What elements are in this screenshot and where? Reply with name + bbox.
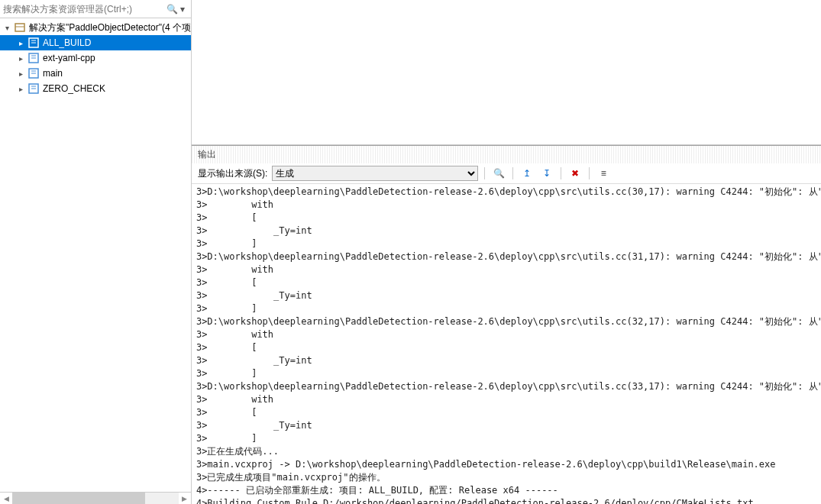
toolbar-separator xyxy=(561,167,561,179)
search-input[interactable] xyxy=(3,4,166,15)
project-icon xyxy=(27,67,40,79)
scroll-thumb[interactable] xyxy=(12,493,145,505)
output-from-label: 显示输出来源(S): xyxy=(198,167,267,180)
project-icon xyxy=(27,82,40,95)
chevron-right-icon[interactable]: ▸ xyxy=(17,69,24,78)
project-label: ZERO_CHECK xyxy=(43,83,105,94)
toolbar-separator xyxy=(512,167,513,179)
output-panel-title: 输出 xyxy=(192,146,821,163)
scroll-track[interactable] xyxy=(12,493,179,505)
scroll-left-button[interactable]: ◀ xyxy=(0,493,12,505)
project-node-all-build[interactable]: ▸ALL_BUILD xyxy=(0,35,191,50)
dropdown-icon[interactable]: ▾ xyxy=(177,4,188,15)
solution-label: 解决方案"PaddleObjectDetector"(4 个项 xyxy=(29,21,191,34)
chevron-right-icon[interactable]: ▸ xyxy=(17,39,24,47)
find-icon[interactable]: 🔍 xyxy=(491,166,506,181)
output-text[interactable]: 3>D:\workshop\deeplearning\PaddleDetecti… xyxy=(192,184,821,504)
output-toolbar: 显示输出来源(S): 生成 🔍 ↥ ↧ ✖ ≡ xyxy=(192,163,821,184)
search-row: 🔍 ▾ xyxy=(0,0,191,18)
solution-explorer: 🔍 ▾ ▾ 解决方案"PaddleObjectDetector"(4 个项 ▸A… xyxy=(0,0,192,504)
project-node-zero-check[interactable]: ▸ZERO_CHECK xyxy=(0,81,191,96)
output-source-select[interactable]: 生成 xyxy=(272,166,478,181)
project-icon xyxy=(27,52,40,64)
scroll-right-button[interactable]: ▶ xyxy=(179,493,191,505)
horizontal-scrollbar[interactable]: ◀ ▶ xyxy=(0,492,191,504)
search-icon[interactable]: 🔍 xyxy=(166,4,177,15)
toolbar-separator xyxy=(589,167,590,179)
chevron-right-icon[interactable]: ▸ xyxy=(17,54,24,63)
project-icon xyxy=(27,37,40,49)
project-node-ext-yaml-cpp[interactable]: ▸ext-yaml-cpp xyxy=(0,50,191,66)
chevron-down-icon[interactable]: ▾ xyxy=(3,24,11,32)
word-wrap-icon[interactable]: ≡ xyxy=(596,166,611,181)
next-message-icon[interactable]: ↧ xyxy=(539,166,554,181)
toolbar-separator xyxy=(484,167,485,179)
svg-rect-0 xyxy=(15,24,24,31)
project-label: ALL_BUILD xyxy=(43,37,91,48)
editor-area xyxy=(192,0,821,145)
main-area: 输出 显示输出来源(S): 生成 🔍 ↥ ↧ ✖ ≡ 3>D:\workshop… xyxy=(192,0,821,504)
project-label: main xyxy=(43,68,63,79)
prev-message-icon[interactable]: ↥ xyxy=(519,166,535,181)
solution-icon xyxy=(14,21,26,34)
project-label: ext-yaml-cpp xyxy=(43,53,95,63)
solution-tree: ▾ 解决方案"PaddleObjectDetector"(4 个项 ▸ALL_B… xyxy=(0,18,191,96)
chevron-right-icon[interactable]: ▸ xyxy=(17,85,24,93)
clear-all-icon[interactable]: ✖ xyxy=(567,166,583,181)
project-node-main[interactable]: ▸main xyxy=(0,66,191,81)
output-panel: 输出 显示输出来源(S): 生成 🔍 ↥ ↧ ✖ ≡ 3>D:\workshop… xyxy=(192,145,821,504)
solution-node[interactable]: ▾ 解决方案"PaddleObjectDetector"(4 个项 xyxy=(0,20,191,35)
